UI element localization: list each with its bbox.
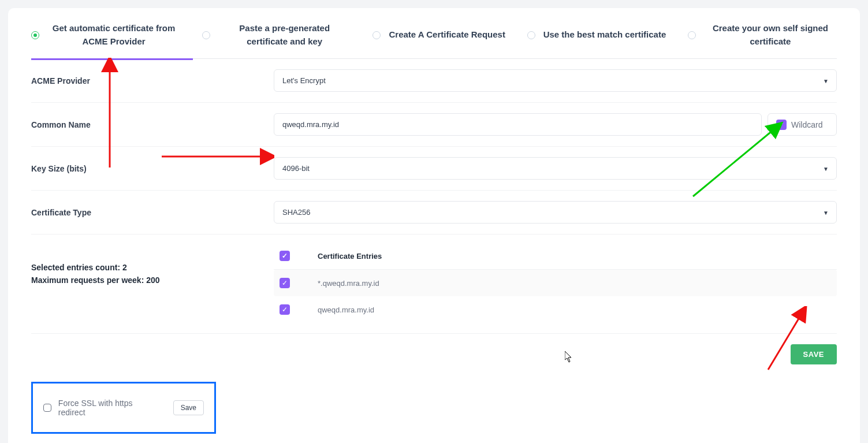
tab-paste[interactable]: Paste a pre-generated certificate and ke…	[202, 22, 351, 48]
force-ssl-save-button[interactable]: Save	[173, 400, 204, 415]
tab-acme[interactable]: Get automatic certificate from ACME Prov…	[31, 22, 180, 48]
tab-active-indicator	[31, 58, 193, 60]
select-acme-provider[interactable]: Let's Encrypt	[274, 69, 837, 92]
select-all-checkbox[interactable]: ✓	[280, 251, 290, 261]
label-key-size: Key Size (bits)	[31, 164, 274, 173]
cert-method-tabs: Get automatic certificate from ACME Prov…	[31, 22, 837, 58]
tab-label: Use the best match certificate	[543, 28, 666, 42]
row-cert-type: Certificate Type SHA256 ▼	[31, 191, 837, 234]
entry-row: ✓ qweqd.mra.my.id	[274, 296, 837, 323]
wildcard-toggle[interactable]: ✓ Wildcard	[768, 113, 837, 136]
tab-label: Get automatic certificate from ACME Prov…	[47, 22, 180, 48]
label-acme-provider: ACME Provider	[31, 76, 274, 85]
select-key-size[interactable]: 4096-bit	[274, 157, 837, 180]
row-key-size: Key Size (bits) 4096-bit ▼	[31, 147, 837, 191]
max-requests-line: Maximum requests per week: 200	[31, 274, 274, 286]
entry-domain: *.qweqd.mra.my.id	[318, 279, 379, 288]
radio-icon	[688, 31, 696, 39]
force-ssl-checkbox[interactable]	[43, 404, 51, 412]
select-cert-type[interactable]: SHA256	[274, 201, 837, 224]
tab-label: Create A Certificate Request	[389, 28, 505, 42]
tab-csr[interactable]: Create A Certificate Request	[372, 28, 505, 42]
certificate-entries-block: Selected entries count: 2 Maximum reques…	[31, 234, 837, 334]
tab-bestmatch[interactable]: Use the best match certificate	[527, 28, 666, 42]
radio-icon	[202, 31, 210, 39]
row-acme-provider: ACME Provider Let's Encrypt ▼	[31, 59, 837, 103]
entries-header-label: Certificate Entries	[318, 252, 382, 260]
tab-selfsigned[interactable]: Create your own self signed certificate	[688, 22, 837, 48]
checkbox-checked-icon: ✓	[776, 120, 787, 130]
entry-row: ✓ *.qweqd.mra.my.id	[274, 270, 837, 296]
selected-count-line: Selected entries count: 2	[31, 261, 274, 274]
label-cert-type: Certificate Type	[31, 208, 274, 217]
entry-checkbox[interactable]: ✓	[280, 304, 290, 315]
label-common-name: Common Name	[31, 120, 274, 129]
entries-summary: Selected entries count: 2 Maximum reques…	[31, 245, 274, 323]
input-common-name[interactable]	[274, 113, 762, 136]
tab-underline	[31, 58, 837, 59]
save-button[interactable]: SAVE	[791, 344, 837, 364]
radio-icon	[31, 31, 39, 39]
row-common-name: Common Name ✓ Wildcard	[31, 103, 837, 147]
entry-domain: qweqd.mra.my.id	[318, 306, 374, 314]
tab-label: Create your own self signed certificate	[704, 22, 837, 48]
radio-icon	[527, 31, 535, 39]
ssl-settings-card: Get automatic certificate from ACME Prov…	[8, 8, 860, 443]
entries-header-row: ✓ Certificate Entries	[274, 245, 837, 270]
save-row: SAVE	[31, 334, 837, 369]
tab-label: Paste a pre-generated certificate and ke…	[218, 22, 351, 48]
radio-icon	[372, 31, 381, 39]
force-ssl-box: Force SSL with https redirect Save	[31, 382, 216, 434]
wildcard-label: Wildcard	[791, 120, 822, 129]
force-ssl-label: Force SSL with https redirect	[58, 399, 161, 417]
entry-checkbox[interactable]: ✓	[280, 278, 290, 288]
entries-table: ✓ Certificate Entries ✓ *.qweqd.mra.my.i…	[274, 245, 837, 323]
